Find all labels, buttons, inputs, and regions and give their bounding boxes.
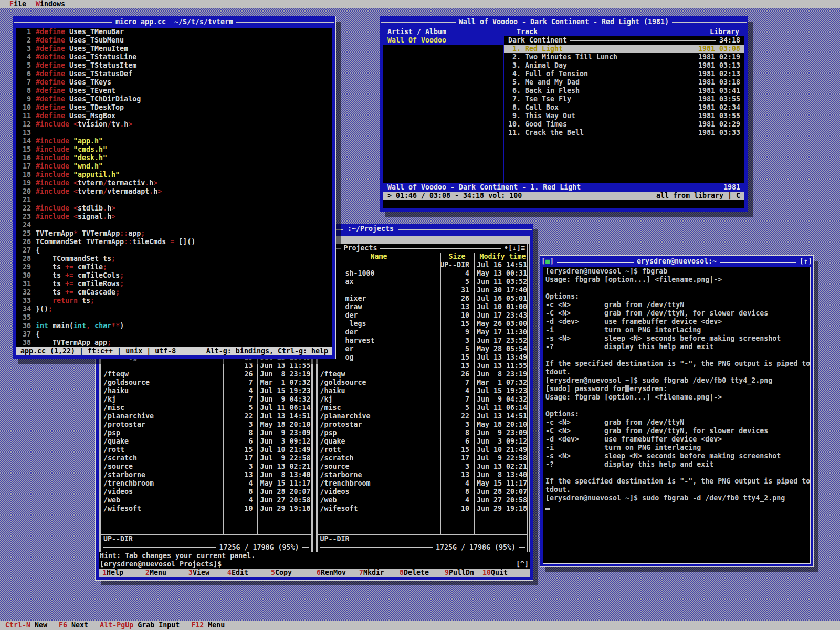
file-row[interactable]: /rott15Jul 10 21:49 xyxy=(101,446,311,454)
editor-line[interactable]: 29 ts += cmTile; xyxy=(16,263,332,271)
fnkey-renmov[interactable]: 6RenMov xyxy=(317,569,346,577)
file-row[interactable]: er5May 28 05:54 xyxy=(318,345,528,353)
artist-list[interactable]: Wall Of Voodoo xyxy=(383,36,503,183)
editor-line[interactable]: 2#define Uses_TSubMenu xyxy=(16,36,332,45)
music-player-window[interactable]: Wall of Voodoo - Dark Continent - Red Li… xyxy=(380,16,748,212)
name-column-header[interactable]: Name xyxy=(318,253,440,261)
editor-line[interactable]: 12#include <tvision/tv.h> xyxy=(16,120,332,129)
fnkey-copy[interactable]: 5Copy xyxy=(271,569,292,577)
editor-line[interactable]: 3#define Uses_TMenuItem xyxy=(16,45,332,53)
file-row[interactable]: og15Jul 13 13:49 xyxy=(318,353,528,362)
editor-window[interactable]: micro app.cc ~/S/t/s/tvterm 1#define Use… xyxy=(13,16,335,359)
file-row[interactable]: ax5Jun 11 03:52 xyxy=(318,278,528,286)
transport-bar[interactable]: > 01:46 / 03:08 - 34:18 vol: 100 all fro… xyxy=(383,192,744,200)
editor-line[interactable]: 35 xyxy=(16,313,332,322)
track-row[interactable]: 6. Back in Flesh1981 03:41 xyxy=(504,87,744,95)
editor-line[interactable]: 26TCommandSet TVTermApp::tileCmds = []() xyxy=(16,238,332,246)
file-row[interactable]: harvest3Jun 17 23:52 xyxy=(318,337,528,345)
fnkey-delete[interactable]: 8Delete xyxy=(400,569,429,577)
editor-line[interactable]: 22#include <stdlib.h> xyxy=(16,204,332,213)
file-row[interactable]: /trenchbroom4May 15 11:17 xyxy=(101,479,311,488)
right-panel-path-row[interactable]: Projects •[↓]≡ xyxy=(318,244,528,253)
file-row[interactable]: /psp8Jun 9 23:09 xyxy=(318,429,528,437)
editor-line[interactable]: 27{ xyxy=(16,246,332,255)
editor-line[interactable]: 37{ xyxy=(16,330,332,339)
file-row[interactable]: der9May 17 11:30 xyxy=(318,328,528,337)
editor-line[interactable]: 36int main(int, char**) xyxy=(16,322,332,330)
editor-line[interactable]: 33 return ts; xyxy=(16,297,332,305)
editor-line[interactable]: 18#include "apputil.h" xyxy=(16,171,332,179)
fnkey-pulldn[interactable]: 9PullDn xyxy=(445,569,474,577)
editor-line[interactable]: 25TVTermApp* TVTermApp::app; xyxy=(16,229,332,238)
track-row[interactable]: 1. Red Light1981 03:08 xyxy=(504,45,744,53)
statusbar-item[interactable]: F6 Next xyxy=(59,621,88,629)
editor-content[interactable]: 1#define Uses_TMenuBar2#define Uses_TSub… xyxy=(16,28,332,355)
right-file-rows[interactable]: UP--DIRJul 16 14:51 sh-10004May 13 00:31… xyxy=(318,261,528,513)
file-row[interactable]: /goldsource7Mar 1 07:32 xyxy=(101,379,311,387)
track-row[interactable]: 2. Two Minutes Till Lunch1981 02:19 xyxy=(504,53,744,61)
menu-item-windows[interactable]: Windows xyxy=(36,0,65,8)
editor-line[interactable]: 6#define Uses_TStatusDef xyxy=(16,70,332,78)
size-column-header[interactable]: Size xyxy=(440,253,475,261)
file-row[interactable]: /scratch17Jul 9 22:58 xyxy=(318,454,528,463)
editor-line[interactable]: 15#include "cmds.h" xyxy=(16,145,332,154)
editor-line[interactable]: 1#define Uses_TMenuBar xyxy=(16,28,332,36)
track-row[interactable]: 11. Crack the Bell1981 03:33 xyxy=(504,129,744,137)
file-row[interactable]: draw13Jul 10 01:00 xyxy=(318,303,528,311)
shell-prompt-row[interactable]: [erysdren@nuevosol Projects]$ [^] xyxy=(99,560,530,569)
file-row[interactable]: /kj7Jun 9 04:32 xyxy=(318,395,528,404)
editor-line[interactable]: 7#define Uses_TKeys xyxy=(16,78,332,87)
file-row[interactable]: /source3Jun 13 02:21 xyxy=(101,463,311,471)
file-row[interactable]: /web4Jun 27 20:58 xyxy=(318,496,528,505)
file-row[interactable]: /scratch17Jul 9 22:58 xyxy=(101,454,311,463)
editor-line[interactable]: 31 ts += cmTileRows; xyxy=(16,280,332,288)
file-row[interactable]: /videos8Jun 28 20:07 xyxy=(318,488,528,496)
shell-prompt[interactable]: [erysdren@nuevosol Projects]$ xyxy=(100,560,222,569)
right-panel-body[interactable]: Name Size Modify time UP--DIRJul 16 14:5… xyxy=(318,253,528,534)
track-row[interactable]: 5. Me and My Dad1981 03:18 xyxy=(504,78,744,87)
fnkey-mkdir[interactable]: 7Mkdir xyxy=(359,569,384,577)
fnkey-help[interactable]: 1Help xyxy=(102,569,123,577)
file-row[interactable]: /misc5Jul 11 06:14 xyxy=(318,404,528,412)
close-icon[interactable]: [■] xyxy=(541,257,554,266)
fnkey-view[interactable]: 3View xyxy=(188,569,209,577)
file-row[interactable]: /psp8Jun 9 23:09 xyxy=(101,429,311,437)
editor-line[interactable]: 10#define Uses_TDeskTop xyxy=(16,103,332,112)
file-row[interactable]: /quake6Jun 3 09:12 xyxy=(318,437,528,446)
right-column-headers[interactable]: Name Size Modify time xyxy=(318,253,528,261)
editor-line[interactable]: 24 xyxy=(16,221,332,229)
editor-titlebar[interactable]: micro app.cc ~/S/t/s/tvterm xyxy=(14,18,334,26)
file-row[interactable]: /planarchive22Jul 13 14:51 xyxy=(318,412,528,421)
file-row[interactable]: 13Jun 13 11:55 xyxy=(318,362,528,370)
file-row[interactable]: /rott15Jul 10 21:49 xyxy=(318,446,528,454)
editor-line[interactable]: 14#include "app.h" xyxy=(16,137,332,145)
history-badge[interactable]: [^] xyxy=(516,560,529,569)
terminal-titlebar[interactable]: [■] erysdren@nuevosol:~ [↑] xyxy=(541,257,812,266)
file-row[interactable]: der10Jun 17 23:43 xyxy=(318,311,528,320)
statusbar-item[interactable]: Ctrl-N New xyxy=(5,621,47,629)
track-rows[interactable]: 1. Red Light1981 03:08 2. Two Minutes Ti… xyxy=(504,45,744,137)
maximize-icon[interactable]: [↑] xyxy=(800,257,812,266)
file-row[interactable]: mixer26Jul 16 05:01 xyxy=(318,295,528,303)
sort-order-badge[interactable]: •[↓]≡ xyxy=(504,244,525,253)
file-row[interactable]: /protostar3May 18 20:10 xyxy=(318,421,528,429)
file-row[interactable]: /fteqw26Jun 8 23:19 xyxy=(318,370,528,379)
file-row[interactable]: /source3Jun 13 02:21 xyxy=(318,463,528,471)
file-row[interactable]: /quake6Jun 3 09:12 xyxy=(101,437,311,446)
track-row[interactable]: 10. Good Times1981 02:29 xyxy=(504,120,744,129)
track-row[interactable]: 7. Tse Tse Fly1981 03:55 xyxy=(504,95,744,103)
statusbar-item[interactable]: Alt-PgUp Grab Input xyxy=(100,621,180,629)
track-row[interactable]: 8. Call Box1981 02:34 xyxy=(504,103,744,112)
file-row[interactable]: /fteqw26Jun 8 23:19 xyxy=(101,370,311,379)
editor-line[interactable]: 34}(); xyxy=(16,305,332,313)
editor-line[interactable]: 30 ts += cmTileCols; xyxy=(16,271,332,280)
editor-line[interactable]: 17#include "wnd.h" xyxy=(16,162,332,171)
file-row[interactable]: /goldsource7Mar 1 07:32 xyxy=(318,379,528,387)
file-row[interactable]: /kj7Jun 9 04:32 xyxy=(101,395,311,404)
file-row[interactable]: /haiku4Jul 15 19:23 xyxy=(101,387,311,395)
mtime-column-header[interactable]: Modify time xyxy=(475,253,526,261)
editor-line[interactable]: 8#define Uses_TEvent xyxy=(16,87,332,95)
track-row[interactable]: 4. Full of Tension1981 02:13 xyxy=(504,70,744,78)
editor-line[interactable]: 11#define Uses_MsgBox xyxy=(16,112,332,120)
editor-line[interactable]: 32 ts += cmCascade; xyxy=(16,288,332,297)
